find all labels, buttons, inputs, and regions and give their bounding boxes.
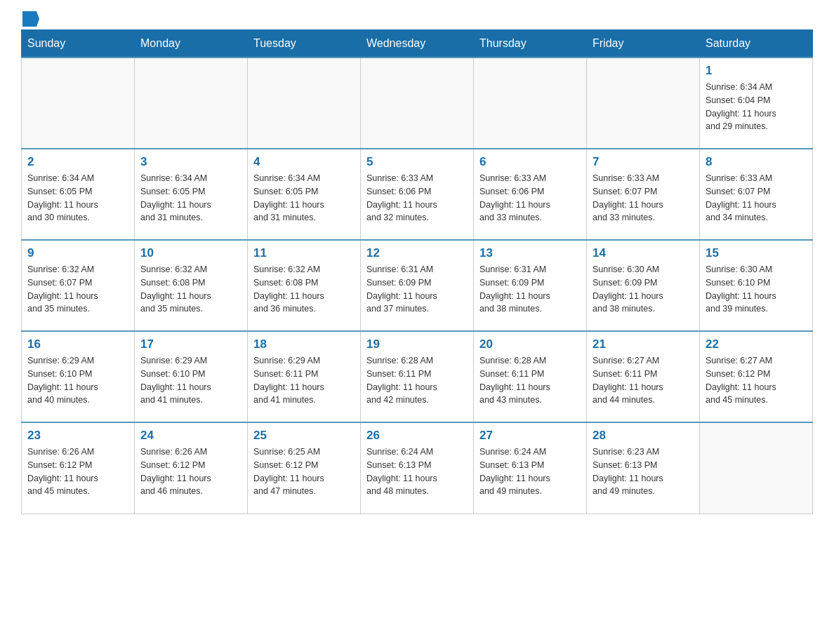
calendar-cell: 11Sunrise: 6:32 AM Sunset: 6:08 PM Dayli… [248, 240, 361, 331]
calendar-cell [474, 58, 587, 149]
calendar-cell: 12Sunrise: 6:31 AM Sunset: 6:09 PM Dayli… [361, 240, 474, 331]
col-tuesday: Tuesday [248, 30, 361, 58]
day-info: Sunrise: 6:25 AM Sunset: 6:12 PM Dayligh… [253, 445, 355, 498]
logo [21, 14, 39, 22]
day-info: Sunrise: 6:24 AM Sunset: 6:13 PM Dayligh… [366, 445, 468, 498]
day-info: Sunrise: 6:26 AM Sunset: 6:12 PM Dayligh… [27, 445, 128, 498]
day-info: Sunrise: 6:34 AM Sunset: 6:05 PM Dayligh… [27, 172, 128, 224]
logo-flag-icon [22, 11, 39, 27]
day-number: 13 [479, 246, 581, 260]
day-number: 15 [706, 246, 807, 260]
day-number: 6 [479, 155, 581, 169]
col-friday: Friday [587, 30, 700, 58]
week-row: 9Sunrise: 6:32 AM Sunset: 6:07 PM Daylig… [22, 240, 813, 331]
calendar-cell: 18Sunrise: 6:29 AM Sunset: 6:11 PM Dayli… [248, 331, 361, 422]
calendar-cell: 27Sunrise: 6:24 AM Sunset: 6:13 PM Dayli… [474, 422, 587, 514]
day-number: 5 [366, 155, 468, 169]
day-number: 18 [253, 337, 355, 351]
week-row: 2Sunrise: 6:34 AM Sunset: 6:05 PM Daylig… [22, 149, 813, 240]
week-row: 1Sunrise: 6:34 AM Sunset: 6:04 PM Daylig… [22, 58, 813, 149]
day-info: Sunrise: 6:34 AM Sunset: 6:04 PM Dayligh… [706, 81, 807, 133]
day-number: 27 [479, 429, 581, 443]
calendar-cell: 19Sunrise: 6:28 AM Sunset: 6:11 PM Dayli… [361, 331, 474, 422]
day-info: Sunrise: 6:32 AM Sunset: 6:07 PM Dayligh… [27, 263, 128, 316]
day-info: Sunrise: 6:28 AM Sunset: 6:11 PM Dayligh… [366, 354, 468, 407]
calendar-cell: 22Sunrise: 6:27 AM Sunset: 6:12 PM Dayli… [700, 331, 813, 422]
calendar-cell: 4Sunrise: 6:34 AM Sunset: 6:05 PM Daylig… [248, 149, 361, 240]
day-number: 9 [27, 246, 128, 260]
calendar-cell: 13Sunrise: 6:31 AM Sunset: 6:09 PM Dayli… [474, 240, 587, 331]
day-number: 8 [706, 155, 807, 169]
day-number: 23 [27, 429, 128, 443]
calendar-cell: 15Sunrise: 6:30 AM Sunset: 6:10 PM Dayli… [700, 240, 813, 331]
day-info: Sunrise: 6:33 AM Sunset: 6:07 PM Dayligh… [706, 172, 807, 224]
day-info: Sunrise: 6:32 AM Sunset: 6:08 PM Dayligh… [140, 263, 241, 316]
day-info: Sunrise: 6:33 AM Sunset: 6:06 PM Dayligh… [479, 172, 581, 224]
calendar-cell: 8Sunrise: 6:33 AM Sunset: 6:07 PM Daylig… [700, 149, 813, 240]
col-sunday: Sunday [22, 30, 135, 58]
day-info: Sunrise: 6:27 AM Sunset: 6:11 PM Dayligh… [593, 354, 694, 407]
col-thursday: Thursday [474, 30, 587, 58]
calendar-cell: 21Sunrise: 6:27 AM Sunset: 6:11 PM Dayli… [587, 331, 700, 422]
calendar-header-row: Sunday Monday Tuesday Wednesday Thursday… [22, 30, 813, 58]
calendar-cell: 25Sunrise: 6:25 AM Sunset: 6:12 PM Dayli… [248, 422, 361, 514]
day-info: Sunrise: 6:29 AM Sunset: 6:11 PM Dayligh… [253, 354, 355, 407]
day-number: 16 [27, 337, 128, 351]
day-number: 14 [593, 246, 694, 260]
calendar-cell: 9Sunrise: 6:32 AM Sunset: 6:07 PM Daylig… [22, 240, 135, 331]
week-row: 23Sunrise: 6:26 AM Sunset: 6:12 PM Dayli… [22, 422, 813, 514]
calendar-cell [587, 58, 700, 149]
day-info: Sunrise: 6:29 AM Sunset: 6:10 PM Dayligh… [27, 354, 128, 407]
calendar-cell: 23Sunrise: 6:26 AM Sunset: 6:12 PM Dayli… [22, 422, 135, 514]
col-monday: Monday [135, 30, 248, 58]
day-number: 28 [593, 429, 694, 443]
day-info: Sunrise: 6:33 AM Sunset: 6:06 PM Dayligh… [366, 172, 468, 224]
day-number: 1 [706, 64, 807, 78]
day-info: Sunrise: 6:30 AM Sunset: 6:09 PM Dayligh… [593, 263, 694, 316]
calendar-cell [135, 58, 248, 149]
day-info: Sunrise: 6:24 AM Sunset: 6:13 PM Dayligh… [479, 445, 581, 498]
calendar-cell: 3Sunrise: 6:34 AM Sunset: 6:05 PM Daylig… [135, 149, 248, 240]
day-number: 25 [253, 429, 355, 443]
day-number: 11 [253, 246, 355, 260]
calendar-cell [22, 58, 135, 149]
calendar-cell: 1Sunrise: 6:34 AM Sunset: 6:04 PM Daylig… [700, 58, 813, 149]
day-number: 21 [593, 337, 694, 351]
calendar-cell [700, 422, 813, 514]
calendar-cell: 24Sunrise: 6:26 AM Sunset: 6:12 PM Dayli… [135, 422, 248, 514]
day-number: 4 [253, 155, 355, 169]
calendar-cell: 2Sunrise: 6:34 AM Sunset: 6:05 PM Daylig… [22, 149, 135, 240]
calendar-cell: 28Sunrise: 6:23 AM Sunset: 6:13 PM Dayli… [587, 422, 700, 514]
calendar-cell: 10Sunrise: 6:32 AM Sunset: 6:08 PM Dayli… [135, 240, 248, 331]
day-number: 26 [366, 429, 468, 443]
page-header [21, 14, 813, 22]
day-number: 12 [366, 246, 468, 260]
day-info: Sunrise: 6:32 AM Sunset: 6:08 PM Dayligh… [253, 263, 355, 316]
calendar-cell [361, 58, 474, 149]
day-number: 22 [706, 337, 807, 351]
calendar-cell: 26Sunrise: 6:24 AM Sunset: 6:13 PM Dayli… [361, 422, 474, 514]
day-info: Sunrise: 6:23 AM Sunset: 6:13 PM Dayligh… [593, 445, 694, 498]
calendar-cell: 20Sunrise: 6:28 AM Sunset: 6:11 PM Dayli… [474, 331, 587, 422]
day-info: Sunrise: 6:29 AM Sunset: 6:10 PM Dayligh… [140, 354, 241, 407]
calendar-cell [248, 58, 361, 149]
day-number: 7 [593, 155, 694, 169]
day-number: 2 [27, 155, 128, 169]
day-number: 3 [140, 155, 241, 169]
col-saturday: Saturday [700, 30, 813, 58]
week-row: 16Sunrise: 6:29 AM Sunset: 6:10 PM Dayli… [22, 331, 813, 422]
day-info: Sunrise: 6:34 AM Sunset: 6:05 PM Dayligh… [253, 172, 355, 224]
calendar-cell: 7Sunrise: 6:33 AM Sunset: 6:07 PM Daylig… [587, 149, 700, 240]
day-number: 10 [140, 246, 241, 260]
day-info: Sunrise: 6:28 AM Sunset: 6:11 PM Dayligh… [479, 354, 581, 407]
day-info: Sunrise: 6:27 AM Sunset: 6:12 PM Dayligh… [706, 354, 807, 407]
col-wednesday: Wednesday [361, 30, 474, 58]
calendar-cell: 17Sunrise: 6:29 AM Sunset: 6:10 PM Dayli… [135, 331, 248, 422]
calendar-cell: 14Sunrise: 6:30 AM Sunset: 6:09 PM Dayli… [587, 240, 700, 331]
day-info: Sunrise: 6:33 AM Sunset: 6:07 PM Dayligh… [593, 172, 694, 224]
day-info: Sunrise: 6:31 AM Sunset: 6:09 PM Dayligh… [366, 263, 468, 316]
day-info: Sunrise: 6:30 AM Sunset: 6:10 PM Dayligh… [706, 263, 807, 316]
day-number: 17 [140, 337, 241, 351]
day-number: 20 [479, 337, 581, 351]
day-info: Sunrise: 6:26 AM Sunset: 6:12 PM Dayligh… [140, 445, 241, 498]
